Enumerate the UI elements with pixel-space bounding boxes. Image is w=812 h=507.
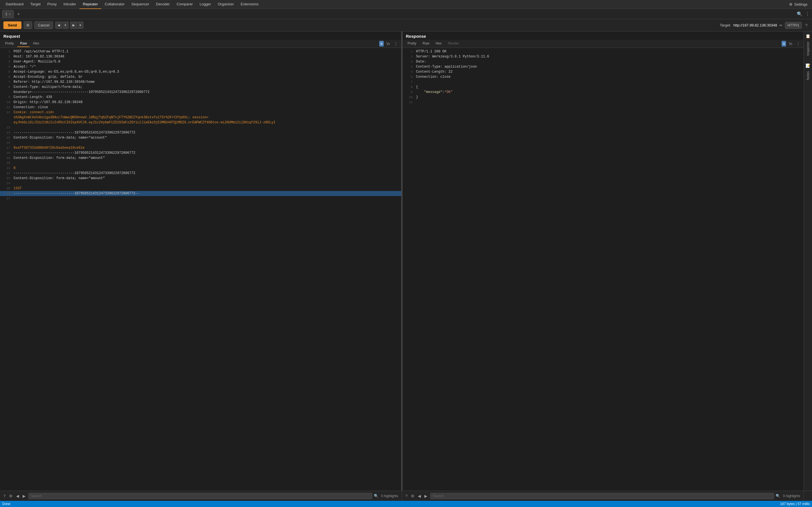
request-highlights-count: 0 highlights xyxy=(380,494,400,498)
nav-arrows: ◀ ▾ ▶ ▾ xyxy=(55,22,84,29)
nav-collaborator[interactable]: Collaborator xyxy=(101,0,128,9)
http-version[interactable]: HTTP/1 xyxy=(785,22,802,29)
target-info: Target: http://167.99.82.136:30348 ✏ HTT… xyxy=(720,22,809,29)
tab-search-icon[interactable]: 🔍 xyxy=(795,10,804,18)
table-row: s%3AgXoWtXe54bo1ga3DAcc7nWwcQN5HnnwV.l0R… xyxy=(0,115,401,120)
table-row: eyJhbGciOiJIUzI1NiIsInR5cCI6IkpXVCJ9.eyJ… xyxy=(0,120,401,125)
nav-extensions[interactable]: Extensions xyxy=(238,0,262,9)
settings-label: Settings xyxy=(794,2,808,6)
target-label: Target: xyxy=(720,23,731,27)
request-panel-title: Request xyxy=(0,32,401,40)
response-forward-icon[interactable]: ▶ xyxy=(423,493,428,499)
table-row: 16 xyxy=(0,140,401,145)
table-row: 251337 xyxy=(0,186,401,191)
request-search-input[interactable] xyxy=(29,493,372,499)
response-settings-icon[interactable]: ⚙ xyxy=(410,493,416,499)
response-wrap-icon[interactable]: ≡ xyxy=(781,41,786,47)
wrap-icon[interactable]: ≡ xyxy=(379,41,384,47)
nav-target[interactable]: Target xyxy=(27,0,44,9)
response-search-input[interactable] xyxy=(430,493,774,499)
table-row: 170xaff397333d00040720c0aa5eea19ce61e xyxy=(0,145,401,151)
inspector-label[interactable]: Inspector xyxy=(805,40,811,58)
response-search-icon[interactable]: 🔍 xyxy=(776,494,780,498)
response-code-area[interactable]: 1HTTP/1.1 200 OK 2Server: Werkzeug/3.0.1… xyxy=(403,48,804,491)
toolbar: Send ⚙ Cancel ◀ ▾ ▶ ▾ Target: http://167… xyxy=(0,19,812,32)
table-row: 11 xyxy=(403,100,804,105)
inspector-tab[interactable]: 📋 Inspector xyxy=(805,34,811,58)
nav-dashboard[interactable]: Dashboard xyxy=(2,0,27,9)
tab-1[interactable]: 1 × xyxy=(2,10,14,18)
table-row: 27 xyxy=(0,196,401,201)
table-row: 19Content-Disposition: form-data; name="… xyxy=(0,156,401,161)
send-options-button[interactable]: ⚙ xyxy=(24,21,32,29)
nav-proxy[interactable]: Proxy xyxy=(44,0,60,9)
target-url: http://167.99.82.136:30348 xyxy=(733,23,777,27)
cancel-button[interactable]: Cancel xyxy=(35,21,53,29)
request-tabs: Pretty Raw Hex ≡ \n ⋮ xyxy=(0,40,401,48)
table-row: 1HTTP/1.1 200 OK xyxy=(403,49,804,54)
table-row: 13 xyxy=(0,125,401,130)
request-bottom-icons: ? ⚙ ◀ ▶ xyxy=(2,493,27,499)
nav-sequencer[interactable]: Sequencer xyxy=(128,0,153,9)
response-bottom-bar: ? ⚙ ◀ ▶ 🔍 0 highlights xyxy=(402,491,804,501)
nav-intruder[interactable]: Intruder xyxy=(60,0,80,9)
table-row: 9 "message":"OK" xyxy=(403,90,804,95)
response-panel: Response Pretty Raw Hex Render ≡ \n ⋮ 1H… xyxy=(403,32,804,491)
request-settings-icon[interactable]: ⚙ xyxy=(8,493,14,499)
request-panel: Request Pretty Raw Hex ≡ \n ⋮ 1POST /api… xyxy=(0,32,402,491)
edit-target-icon[interactable]: ✏ xyxy=(779,23,783,27)
response-tab-icons: ≡ \n ⋮ xyxy=(781,41,801,47)
response-tab-hex[interactable]: Hex xyxy=(433,40,444,47)
notes-tab[interactable]: 📝 Notes xyxy=(805,63,811,82)
response-newline-icon[interactable]: \n xyxy=(788,41,794,47)
request-tab-hex[interactable]: Hex xyxy=(30,40,42,47)
tab-overflow-icon[interactable]: ⋮ xyxy=(805,11,810,17)
request-code-area[interactable]: 1POST /api/withdraw HTTP/1.1 2Host: 167.… xyxy=(0,48,401,491)
response-more-icon[interactable]: ⋮ xyxy=(795,41,801,47)
table-row: 9Content-Length: 439 xyxy=(0,95,401,100)
table-row: 26------------------------------10795052… xyxy=(0,191,401,196)
tab-add-button[interactable]: + xyxy=(15,11,21,17)
inspector-icon: 📋 xyxy=(806,34,810,38)
table-row: 1POST /api/withdraw HTTP/1.1 xyxy=(0,49,401,54)
status-left: Done xyxy=(2,502,10,506)
response-highlights-count: 0 highlights xyxy=(782,494,801,498)
request-help-icon[interactable]: ? xyxy=(2,493,7,499)
nav-logger[interactable]: Logger xyxy=(196,0,214,9)
more-icon[interactable]: ⋮ xyxy=(393,41,399,47)
response-back-icon[interactable]: ◀ xyxy=(417,493,422,499)
send-button[interactable]: Send xyxy=(3,21,21,29)
response-tab-pretty[interactable]: Pretty xyxy=(405,40,419,47)
nav-repeater[interactable]: Repeater xyxy=(80,0,101,9)
nav-settings[interactable]: ⚙ Settings xyxy=(787,1,810,8)
request-tab-raw[interactable]: Raw xyxy=(17,40,30,47)
table-row: 10Origin: http://167.99.82.136:30348 xyxy=(0,100,401,105)
response-tab-render[interactable]: Render xyxy=(445,40,462,47)
side-panel-bottom xyxy=(804,491,812,501)
request-search-icon[interactable]: 🔍 xyxy=(374,494,378,498)
status-right: 187 bytes | 57 millis xyxy=(780,502,810,506)
forward-dropdown-button[interactable]: ▾ xyxy=(78,22,84,29)
request-forward-icon[interactable]: ▶ xyxy=(21,493,27,499)
nav-decoder[interactable]: Decoder xyxy=(153,0,173,9)
response-tab-raw[interactable]: Raw xyxy=(420,40,432,47)
tab-close-button[interactable]: × xyxy=(9,12,11,16)
forward-button[interactable]: ▶ xyxy=(70,22,77,29)
help-icon[interactable]: ? xyxy=(804,23,809,27)
response-tabs: Pretty Raw Hex Render ≡ \n ⋮ xyxy=(403,40,804,48)
table-row: 12Cookie: connect.sid= xyxy=(0,110,401,115)
back-dropdown-button[interactable]: ▾ xyxy=(63,22,68,29)
table-row: 18------------------------------10795052… xyxy=(0,151,401,156)
table-row: 23Content-Disposition: form-data; name="… xyxy=(0,176,401,181)
request-tab-pretty[interactable]: Pretty xyxy=(2,40,17,47)
table-row: 7 xyxy=(403,79,804,84)
notes-label[interactable]: Notes xyxy=(805,69,811,82)
response-help-icon[interactable]: ? xyxy=(404,493,409,499)
nav-comparer[interactable]: Comparer xyxy=(173,0,196,9)
request-back-icon[interactable]: ◀ xyxy=(15,493,20,499)
back-button[interactable]: ◀ xyxy=(55,22,62,29)
nav-organizer[interactable]: Organizer xyxy=(214,0,237,9)
table-row: 4Accept: */* xyxy=(0,64,401,69)
newline-icon[interactable]: \n xyxy=(386,41,391,47)
response-panel-title: Response xyxy=(403,32,804,40)
